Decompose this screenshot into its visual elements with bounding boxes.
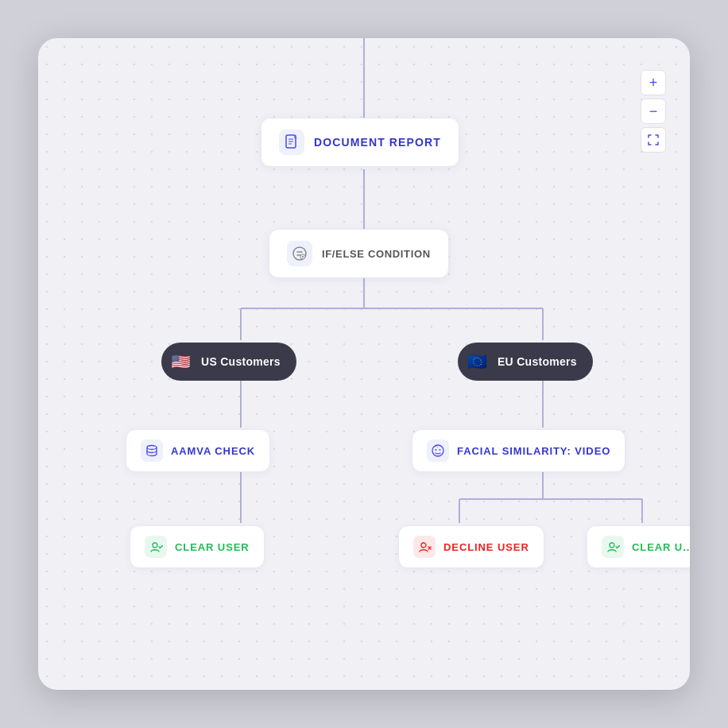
facial-label: FACIAL SIMILARITY: VIDEO <box>457 445 610 457</box>
face-icon <box>427 440 449 462</box>
svg-point-26 <box>421 543 426 548</box>
aamva-node[interactable]: AAMVA CHECK <box>126 429 270 472</box>
clear-user-right-node[interactable]: CLEAR U... <box>587 525 690 568</box>
eu-customers-label: EU Customers <box>498 355 577 368</box>
svg-point-25 <box>153 543 157 548</box>
clear-user-left-node[interactable]: CLEAR USER <box>130 525 265 568</box>
aamva-label: AAMVA CHECK <box>171 445 255 457</box>
svg-point-24 <box>440 449 441 451</box>
facial-similarity-node[interactable]: FACIAL SIMILARITY: VIDEO <box>412 429 625 472</box>
decline-user-icon <box>413 536 436 558</box>
document-icon <box>279 130 304 155</box>
clear-user-right-label: CLEAR U... <box>632 541 690 553</box>
eu-customers-branch[interactable]: 🇪🇺 EU Customers <box>458 343 593 381</box>
clear-user-left-label: CLEAR USER <box>175 541 250 553</box>
fit-icon <box>648 134 659 145</box>
ifelse-label: IF/ELSE CONDITION <box>322 248 431 260</box>
us-customers-label: US Customers <box>201 355 281 368</box>
database-icon <box>141 440 163 462</box>
zoom-out-button[interactable]: − <box>641 99 666 124</box>
clear-user-right-icon <box>602 536 624 558</box>
decline-user-label: DECLINE USER <box>443 541 529 553</box>
zoom-controls: + − <box>641 70 666 153</box>
flow-canvas: DOCUMENT REPORT IF/ELSE CONDITION 🇺🇸 US … <box>38 38 690 690</box>
document-report-label: DOCUMENT REPORT <box>314 136 441 149</box>
svg-point-27 <box>610 543 614 548</box>
document-report-node[interactable]: DOCUMENT REPORT <box>261 118 459 167</box>
svg-point-21 <box>147 446 157 450</box>
us-flag-icon: 🇺🇸 <box>168 349 193 374</box>
zoom-in-button[interactable]: + <box>641 70 666 95</box>
us-customers-branch[interactable]: 🇺🇸 US Customers <box>161 343 296 381</box>
fit-button[interactable] <box>641 127 666 153</box>
clear-user-left-icon <box>145 536 167 558</box>
ifelse-node[interactable]: IF/ELSE CONDITION <box>269 229 449 278</box>
decline-user-node[interactable]: DECLINE USER <box>398 525 544 568</box>
svg-point-23 <box>436 449 437 451</box>
condition-icon <box>287 241 312 266</box>
eu-flag-icon: 🇪🇺 <box>464 349 490 374</box>
